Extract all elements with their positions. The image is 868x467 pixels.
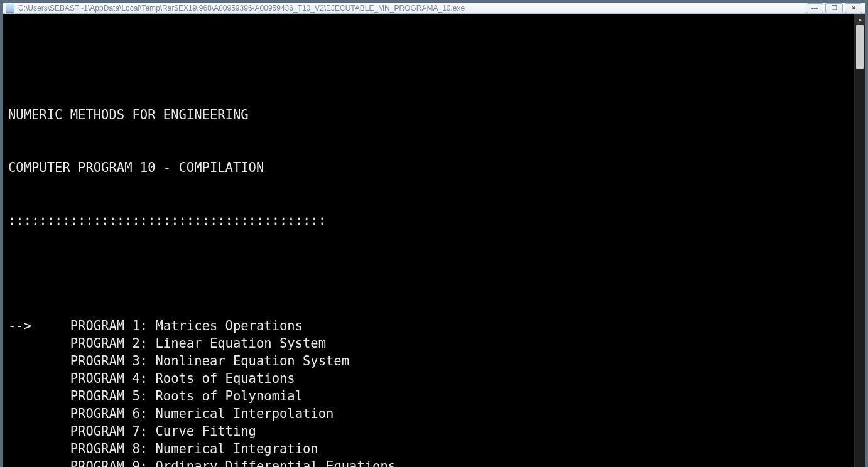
vertical-scrollbar[interactable]: ▲ ▼ [854, 14, 865, 467]
separator-top: ::::::::::::::::::::::::::::::::::::::::… [8, 212, 849, 229]
program-label: PROGRAM 9: [70, 458, 156, 467]
program-menu-item[interactable]: PROGRAM 5: Roots of Polynomial [8, 387, 849, 405]
scrollbar-thumb[interactable] [856, 25, 864, 69]
blank-line [8, 264, 849, 282]
program-description: Linear Equation System [156, 335, 327, 352]
program-description: Nonlinear Equation System [156, 352, 350, 370]
selection-marker [8, 422, 70, 440]
selection-marker [8, 440, 70, 458]
console-window: C:\Users\SEBAST~1\AppData\Local\Temp\Rar… [3, 3, 865, 464]
app-icon [6, 4, 14, 13]
program-menu-item[interactable]: PROGRAM 7: Curve Fitting [8, 422, 849, 440]
client-area: NUMERIC METHODS FOR ENGINEERING COMPUTER… [3, 14, 865, 467]
program-label: PROGRAM 5: [70, 387, 156, 405]
program-menu-item[interactable]: PROGRAM 3: Nonlinear Equation System [8, 352, 849, 370]
close-button[interactable]: ✕ [845, 3, 862, 13]
program-label: PROGRAM 3: [70, 352, 156, 370]
selection-marker [8, 352, 70, 370]
program-description: Numerical Integration [156, 440, 318, 458]
program-label: PROGRAM 4: [70, 370, 156, 387]
scroll-up-button[interactable]: ▲ [855, 14, 865, 25]
window-controls: — ❐ ✕ [806, 3, 862, 13]
header-line-1: NUMERIC METHODS FOR ENGINEERING [8, 106, 849, 124]
titlebar[interactable]: C:\Users\SEBAST~1\AppData\Local\Temp\Rar… [3, 3, 865, 14]
program-label: PROGRAM 8: [70, 440, 156, 458]
program-menu-item[interactable]: PROGRAM 4: Roots of Equations [8, 370, 849, 387]
window-title: C:\Users\SEBAST~1\AppData\Local\Temp\Rar… [18, 4, 806, 13]
program-description: Matrices Operations [156, 317, 303, 335]
selection-marker [8, 405, 70, 422]
program-description: Numerical Interpolation [156, 405, 334, 422]
selection-marker [8, 458, 70, 467]
maximize-button[interactable]: ❐ [825, 3, 843, 13]
program-label: PROGRAM 6: [70, 405, 156, 422]
program-description: Ordinary Differential Equations [156, 458, 396, 467]
program-menu-item[interactable]: -->PROGRAM 1: Matrices Operations [8, 317, 849, 335]
program-menu: -->PROGRAM 1: Matrices OperationsPROGRAM… [8, 317, 849, 467]
program-label: PROGRAM 7: [70, 422, 156, 440]
minimize-button[interactable]: — [806, 3, 823, 13]
console-output[interactable]: NUMERIC METHODS FOR ENGINEERING COMPUTER… [3, 14, 854, 467]
header-line-2: COMPUTER PROGRAM 10 - COMPILATION [8, 159, 849, 176]
program-description: Roots of Polynomial [156, 387, 303, 405]
selection-marker [8, 387, 70, 405]
program-description: Roots of Equations [156, 370, 295, 387]
program-label: PROGRAM 1: [70, 317, 156, 335]
program-description: Curve Fitting [156, 422, 256, 440]
blank-line [8, 53, 849, 71]
program-label: PROGRAM 2: [70, 335, 156, 352]
selection-marker [8, 335, 70, 352]
selection-marker: --> [8, 317, 70, 335]
program-menu-item[interactable]: PROGRAM 9: Ordinary Differential Equatio… [8, 458, 849, 467]
selection-marker [8, 370, 70, 387]
scrollbar-track[interactable] [855, 25, 865, 467]
program-menu-item[interactable]: PROGRAM 2: Linear Equation System [8, 335, 849, 352]
program-menu-item[interactable]: PROGRAM 6: Numerical Interpolation [8, 405, 849, 422]
program-menu-item[interactable]: PROGRAM 8: Numerical Integration [8, 440, 849, 458]
